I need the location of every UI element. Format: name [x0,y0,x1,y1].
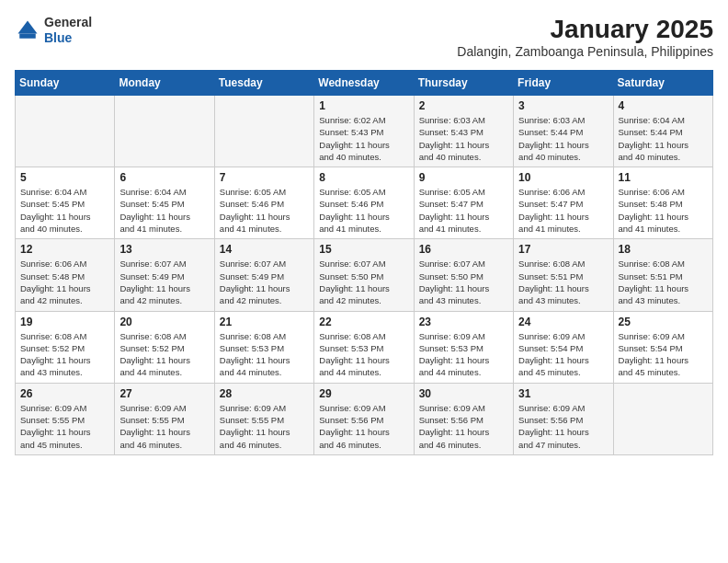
calendar-week-row: 19Sunrise: 6:08 AM Sunset: 5:52 PM Dayli… [16,311,713,383]
day-number: 21 [220,316,309,328]
calendar-cell: 12Sunrise: 6:06 AM Sunset: 5:48 PM Dayli… [16,239,115,311]
day-number: 11 [619,171,708,184]
day-info: Sunrise: 6:08 AM Sunset: 5:51 PM Dayligh… [619,258,708,306]
weekday-header: Tuesday [214,71,313,96]
calendar-cell: 15Sunrise: 6:07 AM Sunset: 5:50 PM Dayli… [314,239,414,311]
day-info: Sunrise: 6:08 AM Sunset: 5:51 PM Dayligh… [518,258,608,306]
day-number: 27 [119,387,209,400]
day-number: 18 [619,243,708,256]
weekday-header: Saturday [613,71,712,96]
calendar-cell [115,96,214,167]
day-info: Sunrise: 6:08 AM Sunset: 5:52 PM Dayligh… [119,330,209,379]
day-info: Sunrise: 6:04 AM Sunset: 5:44 PM Dayligh… [619,114,708,163]
logo-icon [15,17,40,43]
calendar-cell: 23Sunrise: 6:09 AM Sunset: 5:53 PM Dayli… [414,311,513,383]
day-number: 19 [20,316,109,328]
day-number: 25 [619,316,708,328]
day-number: 5 [20,171,109,184]
day-number: 12 [20,243,109,256]
title-block: January 2025 Dalangin, Zamboanga Peninsu… [457,15,713,59]
calendar-cell: 29Sunrise: 6:09 AM Sunset: 5:56 PM Dayli… [314,383,414,454]
calendar-cell: 21Sunrise: 6:08 AM Sunset: 5:53 PM Dayli… [214,311,313,383]
calendar-cell: 28Sunrise: 6:09 AM Sunset: 5:55 PM Dayli… [214,383,313,454]
day-info: Sunrise: 6:09 AM Sunset: 5:56 PM Dayligh… [319,402,408,451]
day-number: 4 [619,99,708,112]
day-info: Sunrise: 6:09 AM Sunset: 5:55 PM Dayligh… [20,402,109,451]
day-number: 31 [518,387,608,400]
calendar-week-row: 12Sunrise: 6:06 AM Sunset: 5:48 PM Dayli… [16,239,713,311]
day-info: Sunrise: 6:07 AM Sunset: 5:49 PM Dayligh… [119,258,209,306]
day-info: Sunrise: 6:03 AM Sunset: 5:43 PM Dayligh… [419,114,508,163]
day-number: 24 [518,316,608,328]
day-number: 10 [518,171,608,184]
day-info: Sunrise: 6:04 AM Sunset: 5:45 PM Dayligh… [119,186,209,235]
day-number: 30 [419,387,508,400]
day-info: Sunrise: 6:08 AM Sunset: 5:53 PM Dayligh… [319,330,408,379]
day-info: Sunrise: 6:04 AM Sunset: 5:45 PM Dayligh… [20,186,109,235]
calendar-cell: 31Sunrise: 6:09 AM Sunset: 5:56 PM Dayli… [514,383,613,454]
day-info: Sunrise: 6:05 AM Sunset: 5:46 PM Dayligh… [220,186,309,235]
weekday-header: Wednesday [314,71,414,96]
calendar-cell: 16Sunrise: 6:07 AM Sunset: 5:50 PM Dayli… [414,239,513,311]
calendar-week-row: 5Sunrise: 6:04 AM Sunset: 5:45 PM Daylig… [16,167,713,239]
calendar-cell: 9Sunrise: 6:05 AM Sunset: 5:47 PM Daylig… [414,167,513,239]
page-header: General Blue January 2025 Dalangin, Zamb… [15,15,713,59]
day-info: Sunrise: 6:09 AM Sunset: 5:54 PM Dayligh… [518,330,608,379]
calendar-cell [613,383,712,454]
day-info: Sunrise: 6:05 AM Sunset: 5:46 PM Dayligh… [319,186,408,235]
svg-marker-0 [18,20,38,33]
day-number: 15 [319,243,408,256]
calendar-cell: 7Sunrise: 6:05 AM Sunset: 5:46 PM Daylig… [214,167,313,239]
day-info: Sunrise: 6:09 AM Sunset: 5:56 PM Dayligh… [518,402,608,451]
day-info: Sunrise: 6:09 AM Sunset: 5:53 PM Dayligh… [419,330,508,379]
calendar-cell: 10Sunrise: 6:06 AM Sunset: 5:47 PM Dayli… [514,167,613,239]
calendar-table: SundayMondayTuesdayWednesdayThursdayFrid… [15,70,713,455]
day-info: Sunrise: 6:06 AM Sunset: 5:48 PM Dayligh… [619,186,708,235]
day-number: 20 [119,316,209,328]
day-info: Sunrise: 6:05 AM Sunset: 5:47 PM Dayligh… [419,186,508,235]
day-number: 17 [518,243,608,256]
day-number: 6 [119,171,209,184]
day-number: 28 [220,387,309,400]
calendar-week-row: 26Sunrise: 6:09 AM Sunset: 5:55 PM Dayli… [16,383,713,454]
calendar-cell: 14Sunrise: 6:07 AM Sunset: 5:49 PM Dayli… [214,239,313,311]
day-info: Sunrise: 6:09 AM Sunset: 5:56 PM Dayligh… [419,402,508,451]
day-number: 16 [419,243,508,256]
day-number: 8 [319,171,408,184]
weekday-header: Sunday [16,71,115,96]
day-number: 22 [319,316,408,328]
calendar-cell [16,96,115,167]
logo-general-text: General [44,15,92,30]
calendar-cell: 5Sunrise: 6:04 AM Sunset: 5:45 PM Daylig… [16,167,115,239]
calendar-cell: 6Sunrise: 6:04 AM Sunset: 5:45 PM Daylig… [115,167,214,239]
calendar-cell: 3Sunrise: 6:03 AM Sunset: 5:44 PM Daylig… [514,96,613,167]
day-info: Sunrise: 6:09 AM Sunset: 5:54 PM Dayligh… [619,330,708,379]
calendar-cell: 26Sunrise: 6:09 AM Sunset: 5:55 PM Dayli… [16,383,115,454]
day-info: Sunrise: 6:06 AM Sunset: 5:48 PM Dayligh… [20,258,109,306]
calendar-cell: 1Sunrise: 6:02 AM Sunset: 5:43 PM Daylig… [314,96,414,167]
day-info: Sunrise: 6:06 AM Sunset: 5:47 PM Dayligh… [518,186,608,235]
calendar-cell: 24Sunrise: 6:09 AM Sunset: 5:54 PM Dayli… [514,311,613,383]
day-info: Sunrise: 6:09 AM Sunset: 5:55 PM Dayligh… [119,402,209,451]
day-info: Sunrise: 6:03 AM Sunset: 5:44 PM Dayligh… [518,114,608,163]
calendar-cell: 30Sunrise: 6:09 AM Sunset: 5:56 PM Dayli… [414,383,513,454]
calendar-cell: 2Sunrise: 6:03 AM Sunset: 5:43 PM Daylig… [414,96,513,167]
calendar-cell: 25Sunrise: 6:09 AM Sunset: 5:54 PM Dayli… [613,311,712,383]
calendar-cell: 18Sunrise: 6:08 AM Sunset: 5:51 PM Dayli… [613,239,712,311]
day-number: 13 [119,243,209,256]
day-number: 14 [220,243,309,256]
svg-rect-1 [19,33,36,38]
day-number: 23 [419,316,508,328]
calendar-cell [214,96,313,167]
day-number: 29 [319,387,408,400]
weekday-header: Friday [514,71,613,96]
page-subtitle: Dalangin, Zamboanga Peninsula, Philippin… [457,44,713,59]
calendar-cell: 19Sunrise: 6:08 AM Sunset: 5:52 PM Dayli… [16,311,115,383]
day-info: Sunrise: 6:02 AM Sunset: 5:43 PM Dayligh… [319,114,408,163]
logo-blue-text: Blue [44,30,92,46]
day-number: 3 [518,99,608,112]
day-number: 26 [20,387,109,400]
day-number: 1 [319,99,408,112]
day-info: Sunrise: 6:07 AM Sunset: 5:50 PM Dayligh… [419,258,508,306]
calendar-cell: 22Sunrise: 6:08 AM Sunset: 5:53 PM Dayli… [314,311,414,383]
